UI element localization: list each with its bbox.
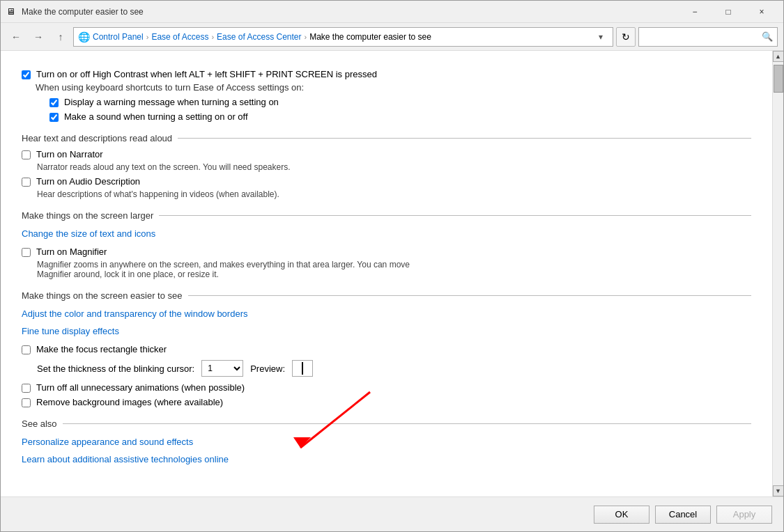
animations-checkbox[interactable] [22,384,31,393]
preview-label: Preview: [250,363,285,374]
breadcrumb-current: Make the computer easier to see [309,32,590,42]
display-section-line [188,295,751,296]
focus-rectangle-label: Make the focus rectangle thicker [36,344,167,354]
see-also-section-header: See also [22,418,751,429]
cursor-thickness-row: Set the thickness of the blinking cursor… [37,360,751,377]
fine-tune-link-container: Fine tune display effects [22,324,751,338]
address-icon: 🌐 [78,31,90,42]
sound-checkbox[interactable] [49,113,59,122]
address-box: 🌐 Control Panel › Ease of Access › Ease … [73,27,613,47]
back-button[interactable]: ← [6,27,26,47]
focus-rectangle-checkbox[interactable] [22,345,31,354]
scroll-up-button[interactable]: ▲ [773,51,784,62]
audio-description-label: Turn on Audio Description [36,176,140,187]
close-button[interactable]: × [746,1,778,22]
background-images-checkbox[interactable] [22,398,31,407]
magnifier-section: Make things on the screen larger Change … [22,210,751,279]
animations-label: Turn off all unnecessary animations (whe… [36,382,245,393]
assistive-technologies-link[interactable]: Learn about additional assistive technol… [22,454,229,464]
titlebar-controls: − □ × [679,1,778,22]
content-area: Turn on or off High Contrast when left A… [1,51,772,496]
warning-message-checkbox[interactable] [49,98,59,107]
breadcrumb-ease-of-access[interactable]: Ease of Access [151,32,208,42]
high-contrast-section: Turn on or off High Contrast when left A… [22,69,751,122]
cursor-preview [302,362,303,375]
magnifier-section-line [159,215,751,216]
personalize-link-container: Personalize appearance and sound effects [22,435,751,449]
audio-description-checkbox[interactable] [22,178,31,187]
fine-tune-link[interactable]: Fine tune display effects [22,326,119,336]
refresh-button[interactable]: ↻ [616,27,636,47]
narrator-checkbox[interactable] [22,150,31,159]
high-contrast-checkbox-row: Turn on or off High Contrast when left A… [22,69,751,79]
personalize-link[interactable]: Personalize appearance and sound effects [22,437,193,447]
assistive-technologies-link-container: Learn about additional assistive technol… [22,452,751,467]
color-transparency-link[interactable]: Adjust the color and transparency of the… [22,308,247,319]
magnifier-description: Magnifier zooms in anywhere on the scree… [37,260,427,279]
breadcrumb-ease-of-access-center[interactable]: Ease of Access Center [217,32,301,42]
window-title: Make the computer easier to see [22,7,679,17]
background-images-label: Remove background images (where availabl… [36,397,223,407]
cursor-preview-box [292,360,313,377]
background-images-checkbox-row: Remove background images (where availabl… [22,397,751,407]
high-contrast-label: Turn on or off High Contrast when left A… [36,69,377,79]
breadcrumb-control-panel[interactable]: Control Panel [93,32,144,42]
narrator-label: Turn on Narrator [36,149,103,159]
warning-message-label: Display a warning message when turning a… [64,97,279,107]
content-wrapper: Turn on or off High Contrast when left A… [1,51,783,496]
display-section-header: Make things on the screen easier to see [22,290,751,301]
display-section-title: Make things on the screen easier to see [22,290,183,301]
forward-button[interactable]: → [29,27,48,47]
keyboard-shortcuts-subsection: When using keyboard shortcuts to turn Ea… [36,82,751,122]
high-contrast-checkbox[interactable] [22,70,31,79]
search-input[interactable] [643,32,759,42]
narrator-section-title: Hear text and descriptions read aloud [22,133,172,143]
titlebar: 🖥 Make the computer easier to see − □ × [1,1,783,23]
magnifier-section-header: Make things on the screen larger [22,210,751,221]
narrator-checkbox-row: Turn on Narrator [22,149,751,159]
display-section: Make things on the screen easier to see … [22,290,751,407]
keyboard-shortcuts-label: When using keyboard shortcuts to turn Ea… [36,82,751,93]
magnifier-checkbox-row: Turn on Magnifier [22,247,751,257]
scroll-track [773,62,784,485]
apply-button[interactable]: Apply [716,506,772,524]
cancel-button[interactable]: Cancel [655,506,711,524]
magnifier-section-title: Make things on the screen larger [22,210,153,221]
magnifier-checkbox[interactable] [22,248,31,257]
ok-button[interactable]: OK [594,506,650,524]
scroll-thumb[interactable] [774,65,783,93]
minimize-button[interactable]: − [679,1,711,22]
scrollbar: ▲ ▼ [772,51,783,496]
addressbar: ← → ↑ 🌐 Control Panel › Ease of Access ›… [1,23,783,51]
main-window: 🖥 Make the computer easier to see − □ × … [0,0,784,532]
text-icons-link-container: Change the size of text and icons [22,226,751,241]
animations-checkbox-row: Turn off all unnecessary animations (whe… [22,382,751,393]
address-dropdown-icon[interactable]: ▾ [593,32,608,42]
focus-rect-checkbox-row: Make the focus rectangle thicker [22,344,751,354]
narrator-description: Narrator reads aloud any text on the scr… [37,162,751,172]
narrator-section-line [178,138,751,139]
sound-checkbox-row: Make a sound when turning a setting on o… [49,111,751,122]
search-box: 🔍 [638,27,778,47]
narrator-section-header: Hear text and descriptions read aloud [22,133,751,143]
cursor-thickness-select[interactable]: 1 2 3 4 5 [201,360,243,377]
warning-checkbox-row: Display a warning message when turning a… [49,97,751,107]
sound-label: Make a sound when turning a setting on o… [64,111,248,122]
see-also-section-line [63,423,751,424]
audio-desc-checkbox-row: Turn on Audio Description [22,176,751,187]
up-button[interactable]: ↑ [51,27,70,47]
magnifier-label: Turn on Magnifier [36,247,107,257]
cursor-thickness-label: Set the thickness of the blinking cursor… [37,363,194,374]
maximize-button[interactable]: □ [712,1,744,22]
change-text-icons-link[interactable]: Change the size of text and icons [22,228,155,239]
color-transparency-link-container: Adjust the color and transparency of the… [22,306,751,321]
narrator-section: Hear text and descriptions read aloud Tu… [22,133,751,199]
scroll-down-button[interactable]: ▼ [773,485,784,496]
see-also-section-title: See also [22,418,57,429]
audio-description-description: Hear descriptions of what's happening in… [37,189,751,199]
see-also-section: See also Personalize appearance and soun… [22,418,751,467]
search-icon: 🔍 [762,31,773,42]
window-icon: 🖥 [6,6,17,17]
footer: OK Cancel Apply [1,496,783,531]
